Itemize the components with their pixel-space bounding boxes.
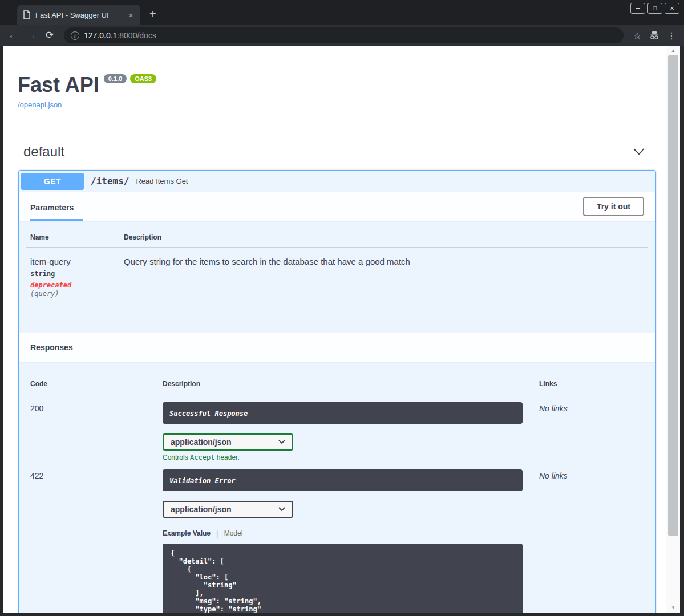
select-chevron-icon — [278, 507, 285, 512]
parameter-row: item-query string deprecated (query) Que… — [30, 248, 644, 298]
tab-separator: | — [216, 529, 218, 538]
minimize-button[interactable]: – — [630, 3, 645, 14]
browser-tab[interactable]: Fast API - Swagger UI × — [17, 5, 140, 25]
window-controls: – ❐ ✕ — [630, 3, 679, 14]
responses-table-head: Code Description Links — [26, 380, 648, 394]
close-button[interactable]: ✕ — [665, 3, 679, 14]
page-scrollbar[interactable]: ▲ ▼ — [666, 46, 680, 613]
code-line: "string" — [171, 581, 515, 589]
parameter-location: (query) — [30, 290, 124, 298]
parameter-name: item-query — [30, 257, 124, 266]
scroll-down-icon[interactable]: ▼ — [666, 603, 680, 613]
address-bar[interactable]: i 127.0.0.1:8000/docs — [64, 27, 624, 43]
site-info-icon[interactable]: i — [71, 31, 79, 40]
response-description-bar: Validation Error — [163, 469, 523, 491]
tab-close-icon[interactable]: × — [127, 11, 135, 19]
select-chevron-icon — [278, 440, 285, 444]
window-frame-bottom — [0, 613, 684, 616]
window-frame-right — [680, 46, 684, 613]
response-description-bar: Successful Response — [163, 402, 523, 424]
tab-example-value[interactable]: Example Value — [163, 529, 211, 537]
responses-section-header: Responses — [19, 333, 655, 362]
tab-model[interactable]: Model — [224, 529, 243, 537]
version-badge: 0.1.0 — [104, 74, 127, 83]
response-links: No links — [539, 469, 644, 613]
note-suffix: header. — [214, 453, 239, 461]
tag-section-header[interactable]: default — [18, 140, 651, 167]
code-line: { — [171, 549, 515, 557]
response-description-text: Validation Error — [169, 477, 236, 485]
method-badge: GET — [21, 173, 84, 190]
code-line: "type": "string" — [171, 605, 515, 613]
browser-menu-icon[interactable]: ⋮ — [665, 30, 678, 41]
parameters-table: Name Description item-query string depre… — [19, 221, 655, 333]
col-header-code: Code — [30, 380, 163, 388]
example-model-tabs: Example Value | Model — [163, 529, 539, 538]
media-type-select-422[interactable]: application/json — [163, 501, 293, 518]
parameters-table-head: Name Description — [26, 233, 648, 248]
bookmark-star-icon[interactable]: ☆ — [630, 30, 644, 41]
response-description-cell: Validation Error application/json Exampl… — [163, 469, 539, 613]
back-icon[interactable]: ← — [6, 28, 21, 43]
responses-table: Code Description Links 200 Successful Re… — [19, 362, 655, 613]
oas3-badge: OAS3 — [130, 74, 156, 83]
api-title: Fast API — [18, 73, 99, 97]
example-code-block[interactable]: { "detail": [ { "loc": [ "string" ], "ms… — [163, 544, 523, 613]
page-favicon-icon — [23, 10, 31, 19]
response-description-cell: Successful Response application/json Con… — [163, 402, 539, 461]
url-path: :8000/docs — [117, 31, 156, 40]
code-line: { — [171, 565, 515, 573]
media-type-value: application/json — [171, 505, 232, 514]
col-header-links: Links — [539, 380, 644, 388]
url-text[interactable]: 127.0.0.1:8000/docs — [84, 31, 156, 40]
url-host: 127.0.0.1 — [84, 31, 117, 40]
openapi-spec-link[interactable]: /openapi.json — [18, 100, 62, 109]
note-accept-code: Accept — [190, 453, 214, 461]
media-type-select-200[interactable]: application/json — [163, 433, 293, 451]
parameter-type: string — [30, 270, 124, 278]
titlebar: Fast API - Swagger UI × + – ❐ ✕ — [0, 0, 684, 25]
col-header-resp-description: Description — [163, 380, 539, 388]
tag-name: default — [23, 144, 64, 160]
operation-summary-text: Read Items Get — [136, 177, 188, 185]
parameter-deprecated-flag: deprecated — [30, 281, 124, 289]
parameter-description-cell: Query string for the items to search in … — [124, 257, 644, 298]
incognito-icon — [647, 31, 661, 40]
col-header-description: Description — [124, 233, 644, 241]
parameter-description: Query string for the items to search in … — [124, 257, 644, 266]
browser-viewport: Fast API 0.1.0 OAS3 /openapi.json defaul… — [0, 46, 684, 613]
api-badges: 0.1.0 OAS3 — [104, 74, 156, 83]
operation-summary[interactable]: GET /items/ Read Items Get — [19, 171, 655, 192]
media-type-value: application/json — [171, 437, 232, 447]
chevron-down-icon[interactable] — [633, 148, 645, 156]
forward-icon[interactable]: → — [24, 28, 39, 43]
col-header-name: Name — [30, 233, 124, 241]
code-line: "loc": [ — [171, 573, 515, 581]
api-info: Fast API 0.1.0 OAS3 /openapi.json — [3, 46, 666, 110]
new-tab-button[interactable]: + — [149, 7, 156, 21]
code-line: "detail": [ — [171, 557, 515, 565]
tab-title: Fast API - Swagger UI — [35, 11, 123, 19]
response-code: 422 — [30, 469, 163, 613]
browser-window: Fast API - Swagger UI × + – ❐ ✕ ← → ⟳ i … — [0, 0, 684, 616]
response-code: 200 — [30, 402, 163, 461]
note-prefix: Controls — [163, 453, 190, 461]
response-row-200: 200 Successful Response application/json… — [30, 394, 644, 461]
parameter-name-cell: item-query string deprecated (query) — [30, 257, 124, 298]
try-it-out-button[interactable]: Try it out — [583, 197, 644, 216]
scrollbar-thumb[interactable] — [668, 55, 678, 536]
operation-block: GET /items/ Read Items Get Parameters Tr… — [18, 170, 656, 613]
scroll-up-icon[interactable]: ▲ — [666, 46, 680, 55]
api-title-row: Fast API 0.1.0 OAS3 — [18, 73, 651, 97]
response-row-422: 422 Validation Error application/json Ex… — [30, 461, 644, 613]
response-links: No links — [539, 402, 644, 461]
reload-icon[interactable]: ⟳ — [42, 28, 57, 43]
operation-path: /items/ — [91, 176, 129, 187]
responses-heading: Responses — [30, 343, 73, 352]
maximize-button[interactable]: ❐ — [647, 3, 662, 14]
response-description-text: Successful Response — [169, 410, 248, 418]
code-line: ], — [171, 589, 515, 597]
parameters-section-header: Parameters Try it out — [19, 192, 655, 221]
tab-parameters[interactable]: Parameters — [30, 194, 83, 221]
code-line: "msg": "string", — [171, 597, 515, 605]
